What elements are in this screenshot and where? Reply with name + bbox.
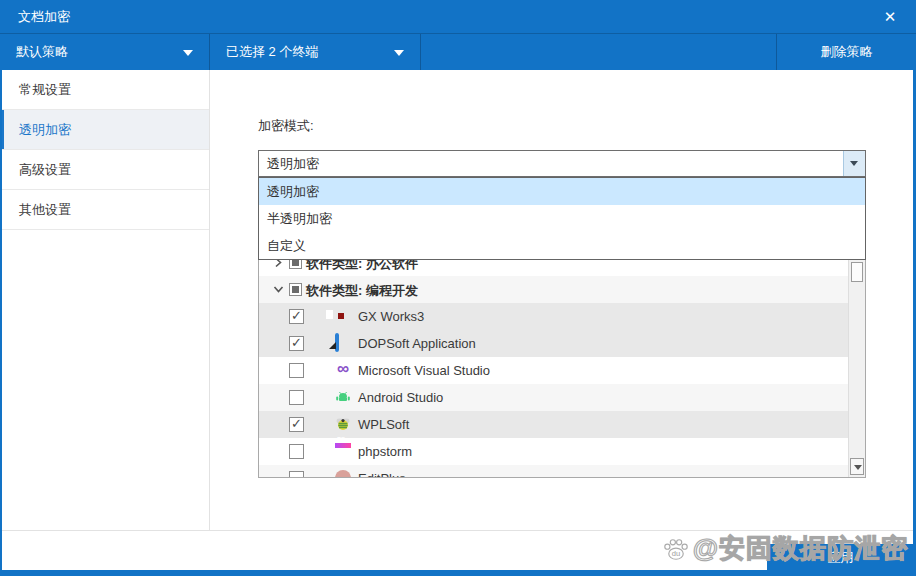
window-border — [0, 570, 916, 576]
content-area: 常规设置 透明加密 高级设置 其他设置 加密模式: 软件类型: 办公软件 — [0, 70, 916, 530]
main-panel: 加密模式: 软件类型: 办公软件 软件类型: 编程开发 — [211, 70, 916, 530]
chevron-down-icon — [394, 50, 404, 56]
software-name: DOPSoft Application — [358, 336, 476, 351]
software-row[interactable]: ∞ Microsoft Visual Studio — [259, 357, 848, 384]
checkbox-unchecked[interactable] — [289, 471, 304, 478]
encryption-mode-combobox[interactable]: 透明加密 — [258, 150, 866, 177]
window-border — [0, 70, 2, 571]
software-name: WPLSoft — [358, 417, 409, 432]
checkbox-unchecked[interactable] — [289, 390, 304, 405]
policy-selector-dropdown[interactable]: 默认策略 — [0, 34, 210, 70]
window-title: 文档加密 — [18, 0, 70, 33]
dropdown-option-custom[interactable]: 自定义 — [259, 232, 865, 259]
policy-selector-label: 默认策略 — [16, 44, 68, 59]
sidebar-item-transparent-encryption[interactable]: 透明加密 — [0, 110, 209, 150]
sidebar-item-general-settings[interactable]: 常规设置 — [0, 70, 209, 110]
scrollbar-down-button[interactable] — [850, 458, 864, 475]
software-row[interactable]: phpstorm — [259, 438, 848, 465]
terminal-selector-dropdown[interactable]: 已选择 2 个终端 — [210, 34, 421, 70]
software-tree-rows: 软件类型: 办公软件 软件类型: 编程开发 GX Works3 — [259, 249, 848, 478]
checkbox-checked[interactable] — [289, 417, 304, 432]
android-studio-icon — [335, 389, 351, 405]
wplsoft-icon — [335, 416, 351, 432]
sidebar-item-other-settings[interactable]: 其他设置 — [0, 190, 209, 230]
combobox-value: 透明加密 — [267, 151, 319, 176]
sidebar-item-advanced-settings[interactable]: 高级设置 — [0, 150, 209, 190]
software-name: GX Works3 — [358, 309, 424, 324]
combobox-dropdown-button[interactable] — [843, 151, 865, 176]
chevron-down-icon[interactable] — [273, 284, 284, 294]
scrollbar-thumb[interactable] — [851, 262, 863, 282]
encryption-mode-label: 加密模式: — [258, 117, 314, 135]
checkbox-checked[interactable] — [289, 336, 304, 351]
checkbox-unchecked[interactable] — [289, 363, 304, 378]
software-row[interactable]: DOPSoft Application — [259, 330, 848, 357]
close-icon[interactable]: ✕ — [878, 0, 902, 33]
software-name: Android Studio — [358, 390, 443, 405]
tree-group-row[interactable]: 软件类型: 编程开发 — [259, 276, 848, 303]
apply-button[interactable]: 应用 — [767, 544, 914, 571]
footer-bar: 应用 — [0, 530, 916, 571]
terminal-selector-label: 已选择 2 个终端 — [226, 44, 318, 59]
toolbar: 默认策略 已选择 2 个终端 删除策略 — [0, 33, 916, 70]
group-checkbox-indeterminate[interactable] — [289, 283, 302, 296]
dropdown-option-semi-transparent[interactable]: 半透明加密 — [259, 205, 865, 232]
title-bar: 文档加密 ✕ — [0, 0, 916, 33]
dropdown-option-transparent[interactable]: 透明加密 — [259, 178, 865, 205]
software-name: phpstorm — [358, 444, 412, 459]
software-name: EditPlus — [358, 471, 406, 478]
delete-policy-button[interactable]: 删除策略 — [777, 34, 916, 70]
group-label: 软件类型: 编程开发 — [306, 282, 418, 300]
checkbox-checked[interactable] — [289, 309, 304, 324]
toolbar-spacer — [421, 34, 777, 70]
software-row[interactable]: Android Studio — [259, 384, 848, 411]
software-row[interactable]: WPLSoft — [259, 411, 848, 438]
settings-sidebar: 常规设置 透明加密 高级设置 其他设置 — [0, 70, 210, 530]
editplus-icon — [335, 470, 351, 478]
checkbox-unchecked[interactable] — [289, 444, 304, 459]
software-name: Microsoft Visual Studio — [358, 363, 490, 378]
software-row-partial[interactable]: EditPlus — [259, 465, 848, 478]
dopsoft-icon — [335, 333, 339, 352]
software-row[interactable]: GX Works3 — [259, 303, 848, 330]
visual-studio-icon: ∞ — [335, 362, 351, 378]
encryption-mode-dropdown-list: 透明加密 半透明加密 自定义 — [258, 177, 866, 260]
chevron-down-icon — [183, 50, 193, 56]
document-encryption-window: 文档加密 ✕ 默认策略 已选择 2 个终端 删除策略 常规设置 透明加密 高级设… — [0, 0, 916, 576]
